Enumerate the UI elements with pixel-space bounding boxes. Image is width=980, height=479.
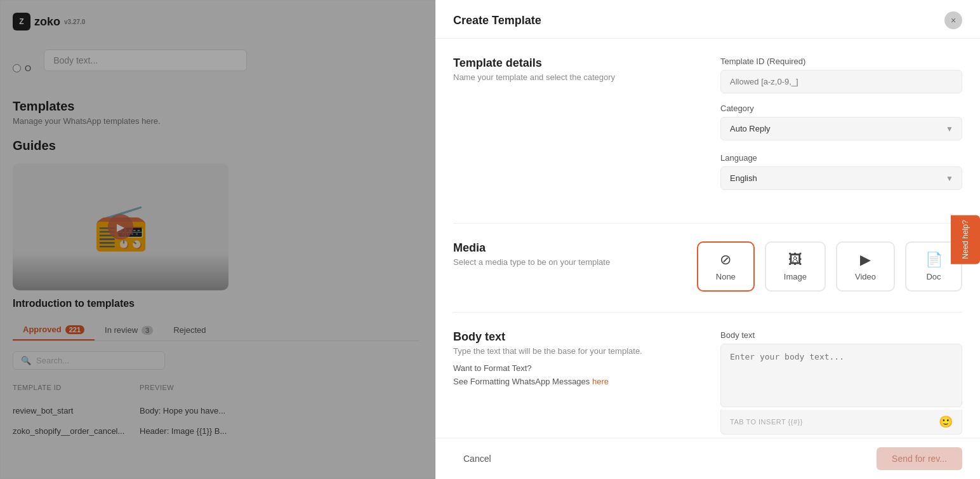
divider-1 <box>453 223 962 224</box>
media-option-video[interactable]: ▶ Video <box>836 241 895 292</box>
none-icon: ⊘ <box>720 252 731 268</box>
modal-header: Create Template × <box>435 0 980 39</box>
body-text-right: Body text TAB TO INSERT {{#}} 🙂 <box>720 330 962 435</box>
body-text-title: Body text <box>453 330 695 344</box>
language-label: Language <box>720 153 962 163</box>
template-details-right: Template ID (Required) Category Auto Rep… <box>720 57 962 203</box>
insert-label: TAB TO INSERT {{#}} <box>730 418 803 426</box>
template-details-sub: Name your template and select the catego… <box>453 72 695 82</box>
category-select[interactable]: Auto Reply Marketing Utility Authenticat… <box>720 117 962 140</box>
doc-label: Doc <box>926 272 941 281</box>
media-left: Media Select a media type to be on your … <box>453 241 672 292</box>
media-sub: Select a media type to be on your templa… <box>453 257 672 267</box>
need-help-container: Need help? <box>951 215 980 264</box>
body-text-left: Body text Type the text that will be the… <box>453 330 695 435</box>
body-text-sub: Type the text that will be the base for … <box>453 346 695 356</box>
modal-title: Create Template <box>453 14 541 27</box>
template-details-title: Template details <box>453 57 695 70</box>
body-text-label: Body text <box>720 330 962 340</box>
media-option-none[interactable]: ⊘ None <box>697 241 755 292</box>
video-label: Video <box>855 272 876 281</box>
format-text: Want to Format Text? <box>453 363 695 373</box>
none-label: None <box>716 272 736 281</box>
modal-body: Template details Name your template and … <box>435 39 980 438</box>
emoji-button[interactable]: 🙂 <box>939 415 953 429</box>
image-icon: 🖼 <box>788 252 802 268</box>
media-options-row: ⊘ None 🖼 Image ▶ Video 📄 Doc <box>697 241 962 292</box>
media-section: Media Select a media type to be on your … <box>453 241 962 292</box>
media-option-image[interactable]: 🖼 Image <box>765 241 826 292</box>
template-id-label: Template ID (Required) <box>720 57 962 66</box>
template-details-section: Template details Name your template and … <box>453 57 962 203</box>
template-details-left: Template details Name your template and … <box>453 57 695 203</box>
language-select[interactable]: English Spanish French German Portuguese <box>720 166 962 190</box>
format-link[interactable]: here <box>592 377 609 386</box>
create-template-modal: Create Template × Template details Name … <box>435 0 980 479</box>
category-label: Category <box>720 104 962 113</box>
modal-footer: Cancel Send for rev... <box>435 438 980 479</box>
body-text-textarea[interactable] <box>720 344 962 407</box>
divider-2 <box>453 312 962 313</box>
language-select-wrapper: English Spanish French German Portuguese… <box>720 166 962 190</box>
media-title: Media <box>453 241 672 255</box>
cancel-button[interactable]: Cancel <box>453 449 501 469</box>
insert-row: TAB TO INSERT {{#}} 🙂 <box>720 410 962 435</box>
doc-icon: 📄 <box>925 252 943 268</box>
category-select-wrapper: Auto Reply Marketing Utility Authenticat… <box>720 117 962 140</box>
modal-close-button[interactable]: × <box>944 11 962 29</box>
need-help-button[interactable]: Need help? <box>951 215 980 264</box>
media-right: ⊘ None 🖼 Image ▶ Video 📄 Doc <box>697 241 962 292</box>
template-id-input[interactable] <box>720 70 962 93</box>
image-label: Image <box>784 272 807 281</box>
video-icon: ▶ <box>860 252 871 268</box>
format-sub-row: See Formatting WhatsApp Messages here <box>453 375 695 387</box>
send-for-review-button[interactable]: Send for rev... <box>877 447 962 470</box>
format-sub: See Formatting WhatsApp Messages <box>453 377 592 386</box>
body-text-section: Body text Type the text that will be the… <box>453 330 962 435</box>
